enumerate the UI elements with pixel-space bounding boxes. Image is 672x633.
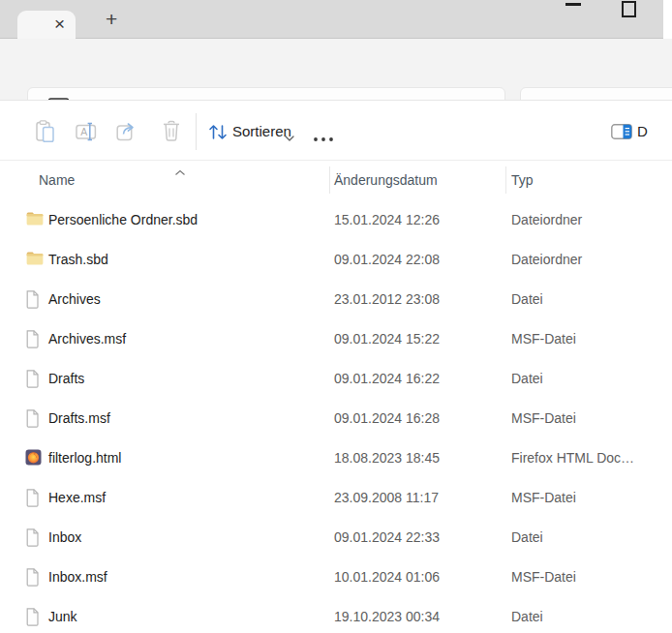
file-icon	[25, 409, 40, 431]
file-type: MSF-Datei	[511, 478, 576, 518]
column-header-name[interactable]: Name	[39, 172, 75, 188]
file-row[interactable]: Trash.sbd09.01.2024 22:08Dateiordner	[0, 240, 672, 280]
toolbar-separator	[196, 113, 197, 150]
file-explorer-window: × + Mail	[0, 0, 672, 633]
file-date: 19.10.2023 00:34	[334, 597, 440, 633]
file-icon	[25, 330, 40, 351]
firefox-icon	[25, 449, 42, 468]
column-resize-handle[interactable]	[505, 166, 506, 194]
file-name: Drafts.msf	[48, 399, 110, 438]
sort-arrows-icon[interactable]	[208, 123, 228, 145]
file-name: filterlog.html	[48, 438, 121, 478]
column-header-type[interactable]: Typ	[511, 172, 534, 188]
file-name: Trash.sbd	[48, 240, 108, 280]
file-type: MSF-Datei	[511, 399, 576, 438]
file-date: 09.01.2024 16:22	[334, 359, 440, 399]
file-icon	[25, 568, 40, 589]
tab-close-icon[interactable]: ×	[54, 12, 65, 37]
file-row[interactable]: Inbox.msf10.01.2024 01:06MSF-Datei	[0, 558, 672, 597]
column-header-date[interactable]: Änderungsdatum	[334, 172, 438, 188]
file-date: 23.09.2008 11:17	[334, 478, 439, 518]
file-icon	[25, 528, 40, 550]
file-row[interactable]: Hexe.msf23.09.2008 11:17MSF-Datei	[0, 478, 672, 518]
file-row[interactable]: Persoenliche Ordner.sbd15.01.2024 12:26D…	[0, 200, 672, 240]
share-icon[interactable]	[116, 121, 138, 145]
file-type: Dateiordner	[511, 240, 582, 280]
delete-trash-icon[interactable]	[162, 120, 181, 146]
rename-icon[interactable]: A	[76, 122, 98, 145]
folder-icon	[25, 211, 45, 229]
file-date: 09.01.2024 22:33	[334, 518, 440, 558]
file-type: Datei	[511, 518, 543, 558]
file-date: 18.08.2023 18:45	[334, 438, 440, 478]
file-date: 09.01.2024 16:28	[334, 399, 440, 438]
details-pane-button[interactable]: D	[637, 123, 648, 139]
explorer-tab[interactable]: ×	[17, 11, 76, 40]
file-type: Datei	[511, 359, 543, 399]
sort-ascending-caret-icon	[174, 163, 186, 180]
file-name: Persoenliche Ordner.sbd	[48, 200, 198, 240]
tab-bar: × +	[0, 0, 663, 39]
file-list: Persoenliche Ordner.sbd15.01.2024 12:26D…	[0, 200, 672, 633]
file-date: 09.01.2024 15:22	[334, 319, 440, 359]
file-name: Archives	[48, 280, 101, 319]
file-row[interactable]: Archives.msf09.01.2024 15:22MSF-Datei	[0, 319, 672, 359]
file-date: 10.01.2024 01:06	[334, 558, 440, 597]
file-row[interactable]: Drafts09.01.2024 16:22Datei	[0, 359, 672, 399]
file-row[interactable]: filterlog.html18.08.2023 18:45Firefox HT…	[0, 438, 672, 478]
file-icon	[25, 290, 40, 312]
svg-text:A: A	[80, 126, 87, 137]
file-icon	[25, 608, 40, 629]
minimize-button[interactable]	[565, 3, 581, 6]
file-type: Dateiordner	[511, 200, 582, 240]
file-type: Datei	[511, 597, 543, 633]
navigation-strip: Mail Local Folders	[0, 39, 672, 100]
file-row[interactable]: Inbox09.01.2024 22:33Datei	[0, 518, 672, 558]
toolbar-divider	[0, 160, 672, 161]
see-more-icon[interactable]	[313, 129, 334, 146]
file-name: Junk	[48, 597, 77, 633]
file-row[interactable]: Archives23.01.2012 23:08Datei	[0, 280, 672, 319]
file-icon	[25, 370, 40, 391]
file-row[interactable]: Drafts.msf09.01.2024 16:28MSF-Datei	[0, 399, 672, 438]
folder-icon	[25, 251, 45, 269]
file-row[interactable]: Junk19.10.2023 00:34Datei	[0, 597, 672, 633]
column-resize-handle[interactable]	[329, 166, 330, 194]
details-pane-icon[interactable]	[611, 124, 632, 143]
file-name: Archives.msf	[48, 319, 126, 359]
file-date: 09.01.2024 22:08	[334, 240, 440, 280]
file-date: 15.01.2024 12:26	[334, 200, 440, 240]
maximize-button[interactable]	[622, 1, 636, 17]
file-icon	[25, 489, 40, 510]
file-date: 23.01.2012 23:08	[334, 280, 440, 319]
paste-clipboard-icon[interactable]	[35, 120, 55, 147]
file-type: MSF-Datei	[511, 558, 576, 597]
new-tab-button[interactable]: +	[106, 7, 117, 32]
chevron-down-icon[interactable]	[285, 129, 294, 146]
file-name: Inbox	[48, 518, 81, 558]
file-name: Inbox.msf	[48, 558, 107, 597]
file-name: Hexe.msf	[48, 478, 106, 518]
file-type: Datei	[511, 280, 543, 319]
file-name: Drafts	[48, 359, 84, 399]
sort-button[interactable]: Sortieren	[232, 123, 291, 139]
file-type: Firefox HTML Doc…	[511, 438, 634, 478]
file-type: MSF-Datei	[511, 319, 576, 359]
